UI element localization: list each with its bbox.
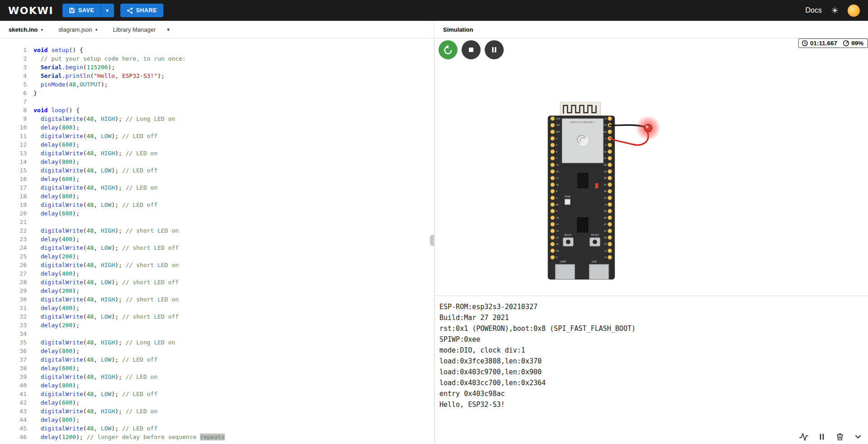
code-line[interactable]: digitalWrite(48, LOW); // short LED off xyxy=(33,312,434,321)
code-line[interactable]: digitalWrite(48, LOW); // LED off xyxy=(33,201,434,209)
clear-serial-button[interactable] xyxy=(835,431,845,442)
pin-35[interactable] xyxy=(608,196,612,200)
pin-8[interactable] xyxy=(550,189,554,193)
pin-16[interactable] xyxy=(550,169,554,173)
save-button[interactable]: SAVE xyxy=(62,4,100,17)
simulation-canvas[interactable]: 01:11.667 99% xyxy=(435,38,868,296)
pin-17[interactable] xyxy=(550,176,554,180)
collapse-serial-button[interactable] xyxy=(853,431,863,442)
pin-3v3[interactable] xyxy=(550,123,554,127)
tab-library-manager[interactable]: Library Manager▼ xyxy=(105,21,178,38)
pin-15[interactable] xyxy=(550,163,554,167)
stop-button[interactable] xyxy=(462,40,481,59)
restart-button[interactable] xyxy=(439,40,458,59)
code-line[interactable]: delay(200); xyxy=(33,286,434,295)
pin-37[interactable] xyxy=(608,182,612,186)
code-line[interactable]: delay(200); xyxy=(33,252,434,261)
theme-toggle-sun-icon[interactable]: ☀ xyxy=(831,6,839,15)
code-line[interactable]: digitalWrite(48, HIGH); // short LED on xyxy=(33,226,434,235)
code-line[interactable]: pinMode(48,OUTPUT); xyxy=(33,80,434,89)
share-button[interactable]: SHARE xyxy=(120,4,163,17)
code-line[interactable] xyxy=(33,329,434,338)
code-line[interactable] xyxy=(33,218,434,226)
code-line[interactable]: delay(800); xyxy=(33,123,434,132)
tab-sketch-ino[interactable]: sketch.ino● xyxy=(1,21,51,38)
code-line[interactable]: delay(800); xyxy=(33,381,434,390)
pin-12[interactable] xyxy=(550,229,554,233)
pin-42[interactable] xyxy=(608,149,612,153)
code-line[interactable]: Serial.println("Hello, ESP32-S3!"); xyxy=(33,72,434,80)
pin-rx[interactable] xyxy=(608,130,612,134)
code-editor[interactable]: 1234567891011121314151617181920212223242… xyxy=(0,38,434,444)
code-line[interactable]: void setup() { xyxy=(33,46,434,54)
pin-g[interactable] xyxy=(608,248,612,253)
boot-button-cap[interactable] xyxy=(566,240,571,244)
serial-monitor[interactable]: ESP-ROM:esp32s3-20210327Build:Mar 27 202… xyxy=(435,296,868,444)
code-line[interactable]: digitalWrite(48, LOW); // LED off xyxy=(33,166,434,175)
code-line[interactable]: digitalWrite(48, HIGH); // short LED on xyxy=(33,295,434,304)
code-line[interactable]: digitalWrite(48, HIGH); // Long LED on xyxy=(33,338,434,347)
code-line[interactable]: digitalWrite(48, LOW); // short LED off xyxy=(33,243,434,252)
code-line[interactable]: delay(600); xyxy=(33,398,434,407)
code-line[interactable]: Serial.begin(115200); xyxy=(33,63,434,72)
reset-button-cap[interactable] xyxy=(593,240,597,244)
code-line[interactable]: delay(400); xyxy=(33,304,434,312)
pin-2[interactable] xyxy=(608,143,612,147)
editor-code[interactable]: void setup() { // put your setup code he… xyxy=(27,46,434,444)
pin-g[interactable] xyxy=(608,255,612,259)
pin-g[interactable] xyxy=(550,255,554,259)
user-avatar[interactable] xyxy=(848,5,860,17)
code-line[interactable]: delay(600); xyxy=(33,364,434,372)
pin-5[interactable] xyxy=(550,143,554,147)
code-line[interactable]: delay(800); xyxy=(33,192,434,201)
pin-39[interactable] xyxy=(608,169,612,173)
led-body[interactable] xyxy=(644,124,652,132)
pin-41[interactable] xyxy=(608,156,612,160)
code-line[interactable]: digitalWrite(48, LOW); // short LED off xyxy=(33,278,434,286)
code-line[interactable]: digitalWrite(48, LOW); // LED off xyxy=(33,390,434,398)
pin-3v3[interactable] xyxy=(550,116,554,120)
code-line[interactable] xyxy=(33,97,434,106)
pin-6[interactable] xyxy=(550,149,554,153)
code-line[interactable]: delay(800); xyxy=(33,158,434,166)
code-line[interactable]: delay(200); xyxy=(33,321,434,329)
pin-47[interactable] xyxy=(608,222,612,226)
docs-link[interactable]: Docs xyxy=(806,6,822,14)
code-line[interactable]: digitalWrite(48, LOW); // LED off xyxy=(33,424,434,433)
code-line[interactable]: delay(400); xyxy=(33,269,434,278)
code-line[interactable]: // put your setup code here, to run once… xyxy=(33,54,434,63)
pin-10[interactable] xyxy=(550,215,554,220)
pause-button[interactable] xyxy=(485,40,504,59)
pin-36[interactable] xyxy=(608,189,612,193)
code-line[interactable]: } xyxy=(33,89,434,97)
code-line[interactable]: delay(1200); // longer delay before sequ… xyxy=(33,433,434,441)
code-line[interactable]: delay(400); xyxy=(33,235,434,243)
red-led[interactable] xyxy=(635,115,661,141)
pin-38[interactable] xyxy=(608,176,612,180)
code-line[interactable]: digitalWrite(48, HIGH); // Long LED on xyxy=(33,115,434,123)
pin-14[interactable] xyxy=(550,242,554,246)
pin-46[interactable] xyxy=(550,202,554,206)
pin-g[interactable] xyxy=(608,116,612,120)
pin-4[interactable] xyxy=(550,136,554,140)
pin-20[interactable] xyxy=(608,235,612,239)
pin-9[interactable] xyxy=(550,209,554,213)
save-dropdown-button[interactable]: ▼ xyxy=(100,4,114,17)
pause-serial-button[interactable] xyxy=(816,431,827,442)
code-line[interactable]: delay(600); xyxy=(33,175,434,183)
code-line[interactable]: digitalWrite(48, HIGH); // LED on xyxy=(33,149,434,158)
code-line[interactable]: digitalWrite(48, LOW); // LED off xyxy=(33,132,434,140)
wokwi-logo[interactable]: WOKWI xyxy=(8,5,53,16)
pin-19[interactable] xyxy=(608,242,612,246)
pin-40[interactable] xyxy=(608,163,612,167)
pin-11[interactable] xyxy=(550,222,554,226)
pin-0[interactable] xyxy=(608,202,612,206)
code-line[interactable]: delay(800); xyxy=(33,415,434,424)
plot-button[interactable] xyxy=(798,431,809,442)
code-line[interactable]: digitalWrite(48, HIGH); // LED on xyxy=(33,407,434,415)
esp32-s3-board[interactable]: ESP32-S3-WROOM-1 3V33V3RST45671516171883… xyxy=(548,102,615,279)
tab-simulation[interactable]: Simulation xyxy=(435,21,481,38)
pin-18[interactable] xyxy=(550,182,554,186)
pin-21[interactable] xyxy=(608,229,612,233)
code-line[interactable]: delay(800); xyxy=(33,347,434,355)
